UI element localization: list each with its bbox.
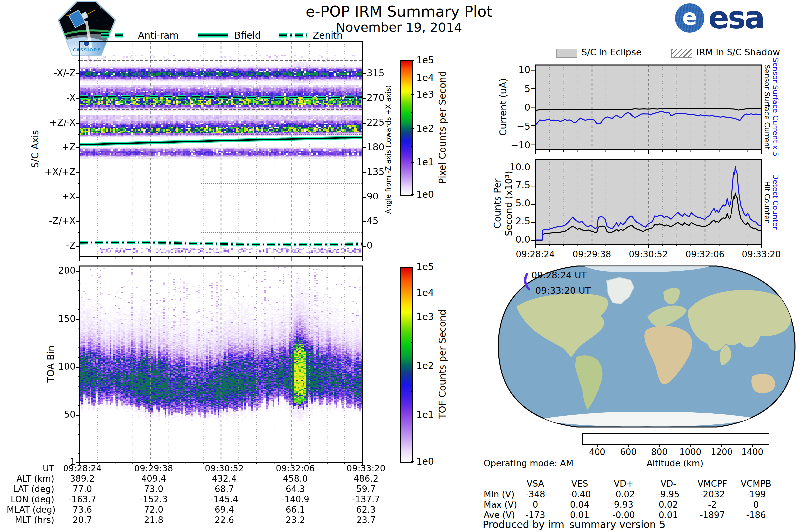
ephemeris-cell: -152.3 [117, 494, 190, 505]
sc-axis-tick-label: +Z/-X [13, 118, 76, 128]
voltage-col-header: VES [556, 479, 603, 489]
angle-tick [362, 123, 366, 124]
angle-tick [362, 246, 366, 247]
ephemeris-cell: 22.6 [188, 515, 261, 525]
produced-by-text: Produced by irm_summary version 5 [483, 519, 665, 530]
altitude-tick [721, 443, 722, 447]
ephemeris-cell: 21.8 [117, 515, 190, 525]
sc-axis-tick-label: -X [13, 93, 76, 103]
tof-cbar-minortick [411, 342, 413, 343]
sc-axis-tick-label: -Z [13, 241, 76, 251]
legend-shadow-label: IRM in S/C Shadow [696, 47, 780, 57]
angle-tick-label: 225 [367, 118, 384, 128]
page-title: e-POP IRM Summary Plot [233, 3, 565, 20]
legend-eclipse-swatch [556, 49, 577, 58]
voltage-cell: -2032 [689, 490, 736, 499]
pixel-cbar-tick-label: 1e3 [416, 90, 434, 100]
pixel-cbar-tick-label: 1e1 [416, 157, 434, 167]
sc-axis-tick-label: +Z [13, 142, 76, 152]
hit-counter-label: Hit Counter [763, 181, 772, 223]
pixel-cbar-tick [411, 78, 414, 78]
tof-cbar-tick-label: 1e0 [416, 457, 434, 467]
sc-axis-plot-frame [73, 35, 376, 270]
voltage-cell: -1897 [689, 510, 736, 520]
track-start-label: 09:28:24 UT [531, 270, 587, 280]
ephemeris-cell: -140.9 [259, 494, 332, 505]
pixel-cbar-tick-label: 1e2 [416, 124, 434, 134]
altitude-tick-label: 600 [612, 447, 645, 457]
angle-tick-label: 315 [367, 69, 384, 78]
voltage-cell: 0.04 [556, 500, 603, 510]
voltage-cell: -348 [512, 490, 558, 499]
ephemeris-cell: 77.0 [46, 484, 119, 494]
ephemeris-cell: 73.6 [46, 505, 119, 515]
tof-cbar-tick-label: 1e5 [416, 262, 434, 272]
angle-tick-label: 0 [367, 241, 373, 251]
angle-axis-label: Angle from -Z axis (towards +X axis) [384, 86, 392, 214]
sensor-surface-current-x5-label: Sensor Surface Current x 5 [772, 58, 780, 157]
angle-tick [362, 196, 366, 197]
legend-eclipse-label: S/C in Eclipse [581, 47, 642, 57]
ephemeris-cell: 23.7 [329, 515, 403, 525]
tof-cbar-tick [411, 267, 414, 267]
ephemeris-cell: 09:28:24 [46, 463, 119, 474]
sc-axis-tick [76, 196, 80, 197]
tof-cbar-tick-label: 1e1 [416, 410, 434, 420]
toa-tick-label: 50 [13, 410, 76, 420]
sc-axis-tick-label: -Z/+X [13, 216, 76, 226]
detect-counter-label: Detect Counter [772, 174, 780, 230]
toa-plot-frame [73, 259, 376, 475]
altitude-tick [690, 443, 690, 447]
ephemeris-cell: 69.4 [188, 505, 261, 515]
altitude-tick-label: 400 [581, 447, 614, 457]
altitude-tick-label: 1200 [705, 447, 738, 457]
pixel-cbar-tick [411, 162, 414, 163]
pixel-cbar-tick [411, 194, 414, 195]
continent-australia [752, 374, 775, 393]
right-plot-ytick-label: 5.0 [489, 198, 530, 208]
ephemeris-cell: 66.1 [259, 505, 332, 515]
voltage-cell: -0.40 [556, 490, 603, 499]
tof-cbar-tick [411, 366, 414, 366]
voltage-cell: -173 [512, 510, 558, 520]
voltage-col-header: VSA [512, 479, 558, 489]
pixel-cbar-tick-label: 1e5 [416, 55, 434, 65]
angle-tick-label: 45 [367, 216, 379, 226]
ephemeris-cell: -145.4 [188, 494, 261, 505]
sc-axis-tick [76, 246, 80, 247]
altitude-tick-label: 1000 [673, 447, 707, 457]
ephemeris-cell: 20.7 [46, 515, 119, 525]
voltage-row-label: Min (V) [484, 490, 514, 499]
sensor-surface-current-label: Sensor Surface Current [763, 64, 772, 150]
sc-axis-tick [76, 74, 80, 75]
current-plot [529, 58, 781, 158]
ephemeris-cell: -137.7 [329, 494, 403, 505]
sc-axis-tick [76, 98, 80, 99]
right-plot-ytick-label: 7.5 [489, 180, 530, 190]
voltage-col-header: VD- [645, 479, 691, 489]
pixel-counts-colorbar [400, 60, 413, 196]
esa-globe-e: e [675, 3, 704, 33]
angle-tick-label: 135 [367, 167, 384, 177]
esa-wordmark: esa [708, 3, 764, 33]
voltage-cell: -0.00 [601, 510, 647, 520]
altitude-tick [659, 443, 660, 447]
ephemeris-cell: 389.2 [46, 474, 119, 484]
sc-axis-tick [76, 147, 80, 148]
right-plot-ytick-label: −10 [489, 140, 530, 150]
ephemeris-cell: 23.2 [259, 515, 332, 525]
ephemeris-cell: -163.7 [46, 494, 119, 505]
angle-tick [362, 172, 366, 173]
altitude-tick [628, 443, 629, 447]
tof-cbar-minortick [411, 391, 413, 392]
sc-axis-tick [76, 221, 80, 222]
tof-counts-colorbar [400, 267, 413, 463]
tof-counts-colorbar-label: TOF Counts per Second [437, 309, 448, 419]
toa-tick [76, 319, 80, 320]
toa-tick-label: 100 [13, 362, 76, 372]
angle-tick [362, 147, 366, 148]
voltage-cell: 0.01 [645, 510, 691, 520]
ephemeris-cell: 09:30:52 [188, 463, 261, 474]
right-plot-ytick-label: 0 [489, 103, 530, 113]
ephemeris-cell: 09:33:20 [329, 463, 403, 474]
